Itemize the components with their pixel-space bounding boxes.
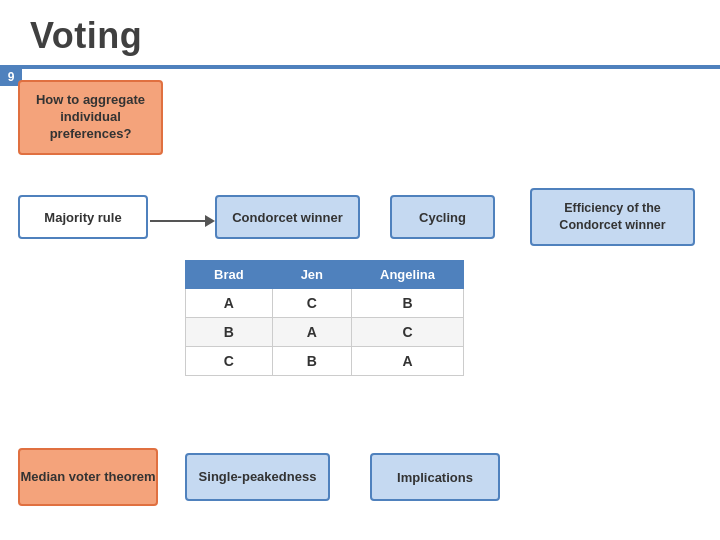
implications-box: Implications: [370, 453, 500, 501]
table-cell: B: [186, 318, 273, 347]
table-header-brad: Brad: [186, 261, 273, 289]
table-cell: C: [352, 318, 464, 347]
aggregate-box: How to aggregate individual preferences?: [18, 80, 163, 155]
condorcet-winner-box: Condorcet winner: [215, 195, 360, 239]
page-title: Voting: [30, 15, 142, 57]
vote-table: Brad Jen Angelina ACBBACCBA: [185, 260, 464, 376]
arrow-majority-condorcet: [150, 215, 215, 227]
table-cell: A: [352, 347, 464, 376]
top-bar: [0, 65, 720, 69]
table-header-angelina: Angelina: [352, 261, 464, 289]
table-cell: C: [272, 289, 351, 318]
table-row: CBA: [186, 347, 464, 376]
majority-rule-box: Majority rule: [18, 195, 148, 239]
table-cell: B: [272, 347, 351, 376]
table-cell: B: [352, 289, 464, 318]
table-cell: A: [272, 318, 351, 347]
cycling-box: Cycling: [390, 195, 495, 239]
table-header-jen: Jen: [272, 261, 351, 289]
median-voter-box: Median voter theorem: [18, 448, 158, 506]
table-row: ACB: [186, 289, 464, 318]
efficiency-box: Efficiency of the Condorcet winner: [530, 188, 695, 246]
table-row: BAC: [186, 318, 464, 347]
table-cell: A: [186, 289, 273, 318]
single-peaked-box: Single-peakedness: [185, 453, 330, 501]
table-cell: C: [186, 347, 273, 376]
